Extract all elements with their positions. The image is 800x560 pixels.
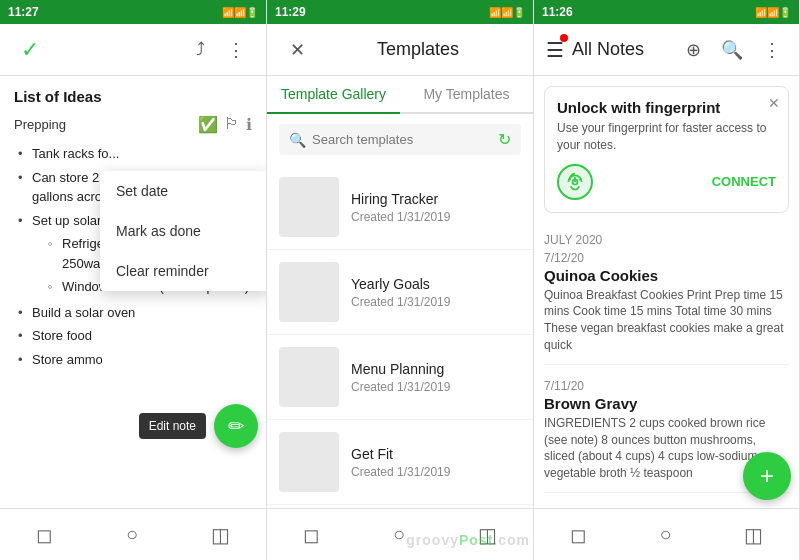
- note-entry-0[interactable]: 7/12/20 Quinoa Cookies Quinoa Breakfast …: [544, 251, 789, 365]
- panel1-content: List of Ideas Prepping ✅ 🏳 ℹ Tank racks …: [0, 76, 266, 508]
- more-icon[interactable]: ⋮: [218, 32, 254, 68]
- edit-note-container: Edit note ✏: [139, 404, 258, 448]
- section-icons: ✅ 🏳 ℹ: [198, 115, 252, 134]
- list-item: Store ammo: [18, 348, 252, 372]
- template-date-0: Created 1/31/2019: [351, 210, 450, 224]
- status-icons-p3: 📶📶🔋: [755, 7, 791, 18]
- edit-note-label: Edit note: [139, 413, 206, 439]
- checkmark-icon[interactable]: ✓: [12, 32, 48, 68]
- template-name-0: Hiring Tracker: [351, 191, 450, 207]
- nav-back-icon-p3[interactable]: ◻: [562, 515, 595, 555]
- template-info-2: Menu Planning Created 1/31/2019: [351, 361, 450, 394]
- status-icons-p1: 📶📶🔋: [222, 7, 258, 18]
- template-info-1: Yearly Goals Created 1/31/2019: [351, 276, 450, 309]
- more-options-icon[interactable]: ⋮: [757, 33, 787, 67]
- check-circle-icon[interactable]: ✅: [198, 115, 218, 134]
- template-list: Hiring Tracker Created 1/31/2019 Yearly …: [267, 165, 533, 508]
- tabs-container: Template Gallery My Templates: [267, 76, 533, 114]
- template-item-1[interactable]: Yearly Goals Created 1/31/2019: [267, 250, 533, 335]
- note-name-0: Quinoa Cookies: [544, 267, 789, 284]
- template-thumb-3: [279, 432, 339, 492]
- hamburger-icon[interactable]: ☰: [546, 38, 564, 62]
- month-label: JULY 2020: [544, 233, 789, 247]
- clear-reminder-menu-item[interactable]: Clear reminder: [100, 251, 266, 291]
- template-name-1: Yearly Goals: [351, 276, 450, 292]
- top-bar-p3: ☰ All Notes ⊕ 🔍 ⋮: [534, 24, 799, 76]
- status-bar-p3: 11:26 📶📶🔋: [534, 0, 799, 24]
- template-item-0[interactable]: Hiring Tracker Created 1/31/2019: [267, 165, 533, 250]
- status-bar-p1: 11:27 📶📶🔋: [0, 0, 266, 24]
- template-date-3: Created 1/31/2019: [351, 465, 450, 479]
- search-icon: 🔍: [289, 132, 306, 148]
- template-name-2: Menu Planning: [351, 361, 450, 377]
- refresh-icon[interactable]: ↻: [498, 130, 511, 149]
- bottom-nav-p1: ◻ ○ ◫: [0, 508, 266, 560]
- notification-badge: [560, 34, 568, 42]
- status-icons-p2: 📶📶🔋: [489, 7, 525, 18]
- list-item: Tank racks fo...: [18, 142, 252, 166]
- template-name-3: Get Fit: [351, 446, 450, 462]
- plus-icon: +: [760, 462, 774, 490]
- context-menu: Set date Mark as done Clear reminder: [100, 171, 266, 291]
- search-input[interactable]: [312, 132, 498, 147]
- nav-recents-icon-p3[interactable]: ◫: [736, 515, 771, 555]
- list-item: Store food: [18, 324, 252, 348]
- note-name-1: Brown Gravy: [544, 395, 789, 412]
- edit-note-fab[interactable]: ✏: [214, 404, 258, 448]
- fingerprint-actions: CONNECT: [557, 164, 776, 200]
- template-info-0: Hiring Tracker Created 1/31/2019: [351, 191, 450, 224]
- fingerprint-icon: [557, 164, 593, 200]
- panel-templates: 11:29 📶📶🔋 ✕ Templates Template Gallery M…: [267, 0, 534, 560]
- fingerprint-card: ✕ Unlock with fingerprint Use your finge…: [544, 86, 789, 213]
- section-label-text: Prepping: [14, 117, 66, 132]
- note-date-1: 7/11/20: [544, 379, 789, 393]
- fingerprint-title: Unlock with fingerprint: [557, 99, 776, 116]
- panel2-title: Templates: [315, 39, 521, 60]
- tab-template-gallery[interactable]: Template Gallery: [267, 76, 400, 114]
- template-thumb-2: [279, 347, 339, 407]
- bottom-nav-p3: ◻ ○ ◫: [534, 508, 799, 560]
- template-date-2: Created 1/31/2019: [351, 380, 450, 394]
- template-thumb-0: [279, 177, 339, 237]
- nav-home-icon[interactable]: ○: [118, 515, 146, 554]
- note-date-0: 7/12/20: [544, 251, 789, 265]
- edit-icon: ✏: [228, 414, 245, 438]
- top-bar-p2: ✕ Templates: [267, 24, 533, 76]
- connect-button[interactable]: CONNECT: [712, 174, 776, 189]
- nav-back-icon-p2[interactable]: ◻: [295, 515, 328, 555]
- status-time-p2: 11:29: [275, 5, 306, 19]
- panel-all-notes: 11:26 📶📶🔋 ☰ All Notes ⊕ 🔍 ⋮ ✕ Unlock wit…: [534, 0, 800, 560]
- tab-my-templates[interactable]: My Templates: [400, 76, 533, 112]
- note-preview-0: Quinoa Breakfast Cookies Print Prep time…: [544, 287, 789, 354]
- status-time-p1: 11:27: [8, 5, 39, 19]
- panel-list-of-ideas: 11:27 📶📶🔋 ✓ ⤴ ⋮ List of Ideas Prepping ✅…: [0, 0, 267, 560]
- watermark: groovyPost.com: [406, 532, 530, 548]
- status-bar-p2: 11:29 📶📶🔋: [267, 0, 533, 24]
- fingerprint-close-btn[interactable]: ✕: [768, 95, 780, 111]
- set-date-menu-item[interactable]: Set date: [100, 171, 266, 211]
- section-label: Prepping ✅ 🏳 ℹ: [14, 115, 252, 134]
- mark-as-done-menu-item[interactable]: Mark as done: [100, 211, 266, 251]
- template-thumb-1: [279, 262, 339, 322]
- template-item-3[interactable]: Get Fit Created 1/31/2019: [267, 420, 533, 505]
- nav-recents-icon[interactable]: ◫: [203, 515, 238, 555]
- nav-home-icon-p3[interactable]: ○: [651, 515, 679, 554]
- close-icon[interactable]: ✕: [279, 32, 315, 68]
- nav-back-icon[interactable]: ◻: [28, 515, 61, 555]
- share-icon[interactable]: ⤴: [182, 32, 218, 68]
- template-info-3: Get Fit Created 1/31/2019: [351, 446, 450, 479]
- add-note-fab[interactable]: +: [743, 452, 791, 500]
- template-item-2[interactable]: Menu Planning Created 1/31/2019: [267, 335, 533, 420]
- flag-icon[interactable]: 🏳: [224, 115, 240, 134]
- top-bar-p1: ✓ ⤴ ⋮: [0, 24, 266, 76]
- search-bar: 🔍 ↻: [279, 124, 521, 155]
- add-note-icon[interactable]: ⊕: [680, 33, 707, 67]
- fingerprint-desc: Use your fingerprint for faster access t…: [557, 120, 776, 154]
- list-item: Build a solar oven: [18, 301, 252, 325]
- panel3-title: All Notes: [572, 39, 672, 60]
- status-time-p3: 11:26: [542, 5, 573, 19]
- search-notes-icon[interactable]: 🔍: [715, 33, 749, 67]
- info-icon[interactable]: ℹ: [246, 115, 252, 134]
- template-date-1: Created 1/31/2019: [351, 295, 450, 309]
- note-title: List of Ideas: [14, 88, 252, 105]
